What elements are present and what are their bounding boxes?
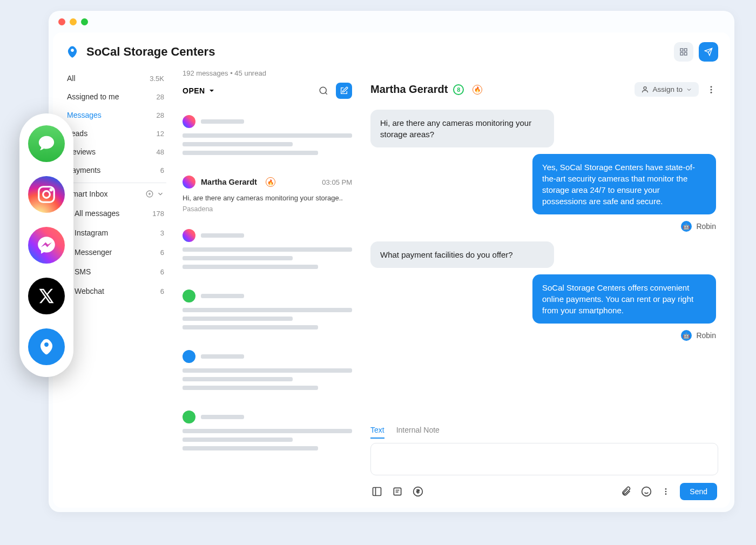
- conversation-time: 03:05 PM: [322, 178, 352, 186]
- messenger-icon: [183, 115, 195, 128]
- template-icon[interactable]: [372, 486, 382, 497]
- birdeye-app-icon[interactable]: [28, 328, 65, 365]
- sidebar-count: 28: [157, 111, 164, 119]
- attachment-icon[interactable]: [620, 486, 631, 497]
- channel-messenger[interactable]: Messenger6: [65, 243, 166, 262]
- filter-down-icon: [208, 88, 215, 94]
- app-header: SoCal Storage Centers: [65, 42, 718, 62]
- skeleton-line: [183, 446, 318, 450]
- svg-rect-13: [373, 488, 381, 496]
- emoji-icon[interactable]: [641, 486, 652, 497]
- svg-point-17: [665, 488, 667, 490]
- sidebar-item-reviews[interactable]: Reviews48: [65, 143, 166, 161]
- compose-button[interactable]: [336, 83, 352, 99]
- agent-name: Robin: [696, 222, 716, 231]
- more-menu-button[interactable]: [704, 83, 718, 97]
- skeleton-line: [183, 247, 352, 252]
- chevron-down-icon[interactable]: [157, 190, 164, 198]
- skeleton-line: [183, 151, 318, 155]
- minimize-window-icon[interactable]: [70, 18, 77, 25]
- sidebar-count: 12: [157, 130, 164, 138]
- robot-icon: 🤖: [681, 221, 692, 232]
- maximize-window-icon[interactable]: [81, 18, 88, 25]
- skeleton-line: [183, 317, 293, 321]
- conversation-item[interactable]: [183, 223, 352, 283]
- grid-view-button[interactable]: [674, 42, 693, 62]
- chevron-down-icon: [686, 86, 692, 93]
- fire-icon: 🔥: [473, 85, 482, 95]
- channel-webchat[interactable]: Webchat6: [65, 281, 166, 301]
- conversation-item[interactable]: [183, 109, 352, 169]
- more-options-icon[interactable]: [662, 487, 670, 496]
- search-button[interactable]: [315, 83, 332, 99]
- svg-point-2: [50, 189, 52, 191]
- titlebar: [49, 11, 734, 32]
- send-button[interactable]: [699, 42, 718, 62]
- messenger-icon: [183, 176, 195, 189]
- sidebar-count: 6: [160, 166, 164, 174]
- skeleton-line: [201, 415, 244, 419]
- sidebar-item-payments[interactable]: Payments6: [65, 161, 166, 179]
- sidebar-item-leads[interactable]: Leads12: [65, 124, 166, 143]
- sidebar-item-assigned[interactable]: Assigned to me28: [65, 88, 166, 106]
- note-icon[interactable]: [392, 486, 403, 497]
- tab-text[interactable]: Text: [370, 426, 384, 439]
- robot-icon: 🤖: [681, 330, 692, 341]
- channel-count: 3: [160, 229, 164, 237]
- x-app-icon[interactable]: [28, 278, 65, 314]
- skeleton-line: [183, 377, 293, 381]
- sidebar: All3.5K Assigned to me28 Messages28 Lead…: [65, 69, 173, 502]
- svg-point-1: [43, 191, 50, 198]
- sidebar-count: 48: [157, 148, 164, 156]
- skeleton-line: [201, 354, 244, 359]
- chat-contact-name: Martha Gerardt: [370, 83, 448, 96]
- person-icon: [641, 85, 649, 93]
- channel-instagram[interactable]: Instagram3: [65, 223, 166, 243]
- skeleton-line: [183, 325, 318, 329]
- skeleton-line: [201, 233, 244, 238]
- skeleton-line: [201, 294, 244, 298]
- status-label: OPEN: [183, 86, 205, 95]
- agent-tag: 🤖Robin: [681, 330, 716, 341]
- compose-tabs: Text Internal Note: [370, 426, 718, 439]
- conversation-item[interactable]: [183, 283, 352, 344]
- tab-internal-note[interactable]: Internal Note: [396, 426, 440, 439]
- score-badge: 8: [453, 84, 464, 95]
- sidebar-label: Assigned to me: [67, 92, 119, 101]
- channel-label: Messenger: [75, 248, 112, 257]
- agent-name: Robin: [696, 331, 716, 340]
- assign-button[interactable]: Assign to: [634, 82, 699, 97]
- instagram-app-icon[interactable]: [28, 176, 65, 213]
- sidebar-item-messages[interactable]: Messages28: [65, 106, 166, 124]
- fire-icon: 🔥: [266, 177, 275, 187]
- skeleton-line: [183, 429, 352, 433]
- send-message-button[interactable]: Send: [680, 483, 717, 500]
- close-window-icon[interactable]: [58, 18, 65, 25]
- payment-icon[interactable]: [413, 486, 423, 497]
- status-filter[interactable]: OPEN: [183, 86, 215, 95]
- sidebar-item-all[interactable]: All3.5K: [65, 69, 166, 88]
- skeleton-line: [183, 438, 293, 442]
- conversation-location: Pasadena: [183, 205, 352, 213]
- plus-icon[interactable]: [146, 190, 153, 198]
- skeleton-line: [183, 133, 352, 138]
- channel-label: Webchat: [75, 287, 104, 295]
- sidebar-group-header[interactable]: Smart Inbox: [65, 183, 166, 204]
- conversation-item[interactable]: [183, 344, 352, 404]
- sidebar-count: 3.5K: [150, 75, 164, 83]
- svg-point-18: [665, 491, 667, 493]
- skeleton-line: [183, 256, 293, 260]
- channel-sms[interactable]: SMS6: [65, 262, 166, 281]
- svg-point-11: [711, 89, 712, 90]
- messenger-icon: [183, 229, 195, 242]
- channel-all-messages[interactable]: All messages178: [65, 204, 166, 223]
- skeleton-line: [201, 119, 244, 124]
- skeleton-line: [183, 142, 293, 146]
- channel-label: All messages: [75, 209, 119, 218]
- compose-input[interactable]: [370, 443, 718, 475]
- messenger-app-icon[interactable]: [28, 227, 65, 264]
- conversation-item[interactable]: [183, 404, 352, 465]
- incoming-message: What payment facilities do you offer?: [370, 241, 554, 268]
- sms-app-icon[interactable]: [28, 125, 65, 162]
- conversation-item[interactable]: Martha Gerardt🔥03:05 PMHi, are there any…: [183, 169, 352, 223]
